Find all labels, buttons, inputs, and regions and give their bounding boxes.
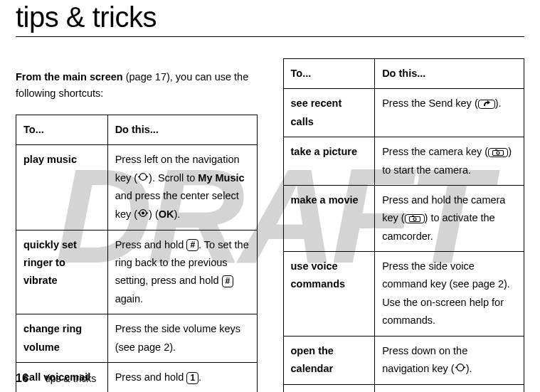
svg-point-1 [138,176,139,178]
header-to: To... [16,115,108,144]
hash-key-icon: # [186,239,198,251]
text-fragment: ) ( [149,208,159,220]
table-row: browse the Web Press up on the navigatio… [283,384,524,392]
table-row: change ring volume Press the side volume… [16,314,258,363]
header-do: Do this... [375,59,524,89]
center-select-icon [137,206,149,223]
text-fragment: ). [495,97,502,109]
shortcuts-table-left: To... Do this... play music Press left o… [16,115,258,392]
do-cell: Press and hold #. To set the ring back t… [107,230,257,314]
left-column: From the main screen (page 17), you can … [16,58,258,392]
do-cell: Press left on the navigation key (). Scr… [107,145,257,230]
do-cell: Press and hold the camera key () to acti… [375,185,524,251]
send-key-icon [478,100,495,109]
svg-rect-9 [495,149,497,151]
action-cell: play music [16,145,108,230]
menu-text: My Music [198,172,244,184]
do-cell: Press the side volume keys (see page 2). [107,314,257,363]
nav-key-icon [137,169,149,187]
page-number: 16 [16,372,28,384]
do-cell: Press the Send key (). [375,89,524,137]
svg-point-13 [457,364,464,371]
action-cell: make a movie [283,185,375,251]
hash-key-icon: # [222,275,234,287]
action-cell: use voice commands [283,252,375,337]
svg-point-2 [147,176,148,178]
text-fragment: again. [115,293,144,304]
do-cell: Press down on the navigation key (). [375,336,524,384]
svg-point-4 [142,212,144,215]
table-row: use voice commands Press the side voice … [283,252,524,337]
nav-key-icon [455,360,466,378]
svg-point-6 [147,213,148,214]
table-row: open the calendar Press down on the navi… [283,336,524,384]
svg-rect-12 [412,216,414,217]
text-fragment: ). [174,208,180,220]
table-header-row: To... Do this... [283,59,524,89]
page-content: tips & tricks From the main screen (page… [0,0,540,392]
ok-text: OK [159,208,174,220]
do-cell: Press the camera key () to start the cam… [375,137,524,186]
action-cell: take a picture [283,137,375,186]
two-column-layout: From the main screen (page 17), you can … [16,58,524,392]
do-cell: Press and hold 1. [107,362,257,392]
one-key-icon: 1 [186,372,198,384]
intro-text: From the main screen (page 17), you can … [16,69,258,102]
text-fragment: Press and hold [115,239,187,250]
text-fragment: Press and hold [115,371,187,383]
table-row: play music Press left on the navigation … [16,145,258,230]
svg-point-0 [139,174,147,181]
text-fragment: Press the camera key ( [382,146,488,157]
svg-point-14 [455,367,457,369]
header-to: To... [283,59,375,89]
svg-point-15 [464,367,465,369]
right-column: To... Do this... see recent calls Press … [283,58,525,392]
action-cell: open the calendar [283,336,375,384]
footer-section: tips & tricks [46,373,97,384]
svg-point-11 [413,218,416,221]
action-cell: quickly set ringer to vibrate [16,230,108,314]
table-row: take a picture Press the camera key () t… [283,137,524,186]
page-title: tips & tricks [16,0,524,33]
title-rule [16,36,524,37]
header-do: Do this... [107,115,257,144]
action-cell: change ring volume [16,314,108,363]
do-cell: Press the side voice command key (see pa… [375,252,524,337]
table-header-row: To... Do this... [16,115,258,144]
shortcuts-table-right: To... Do this... see recent calls Press … [283,58,525,392]
table-row: quickly set ringer to vibrate Press and … [16,230,258,314]
camera-key-icon [405,214,425,223]
table-row: see recent calls Press the Send key (). [283,89,524,137]
text-fragment: ). Scroll to [149,172,198,184]
page-footer: 16 tips & tricks [16,372,96,385]
text-fragment: ). [466,363,472,374]
svg-point-8 [497,152,499,154]
table-row: make a movie Press and hold the camera k… [283,185,524,251]
do-cell: Press up on the navigation key (). [375,384,524,392]
camera-key-icon [488,148,508,157]
text-fragment: . [198,371,201,383]
action-cell: see recent calls [283,89,375,137]
action-cell: browse the Web [283,384,375,392]
svg-point-5 [138,213,139,214]
intro-bold: From the main screen [16,71,123,83]
text-fragment: Press the Send key ( [382,97,478,109]
